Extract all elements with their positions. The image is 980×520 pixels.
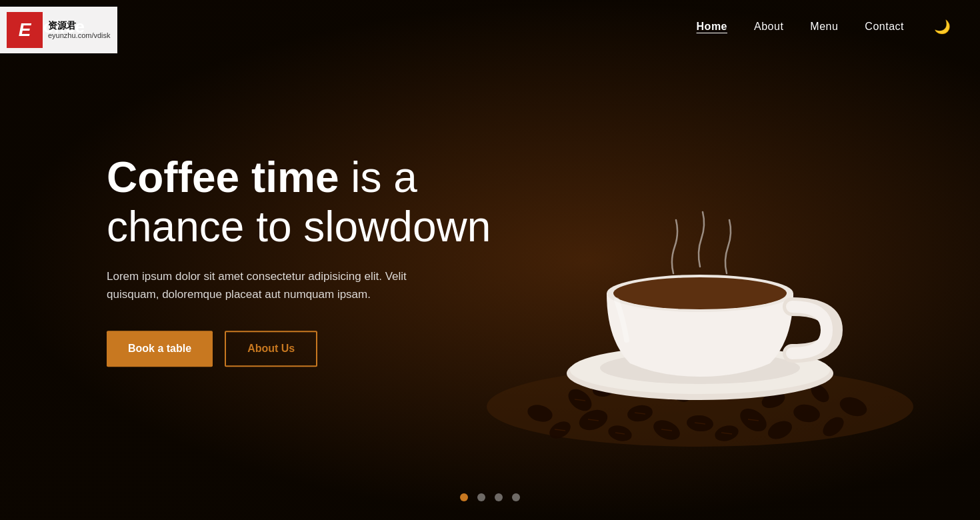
coffee-scene-svg xyxy=(473,60,927,460)
hero-image xyxy=(473,60,927,460)
logo-text-block: 资源君 eyunzhu.com/vdisk xyxy=(48,20,111,40)
about-us-button[interactable]: About Us xyxy=(225,331,317,367)
hero-content: Coffee time is achance to slowdown Lorem… xyxy=(107,153,491,367)
logo-badge: E xyxy=(7,12,43,48)
nav-item-about[interactable]: About xyxy=(754,21,783,33)
carousel-dots xyxy=(460,493,520,501)
dark-mode-toggle[interactable]: 🌙 xyxy=(931,15,953,38)
watermark-logo: E 资源君 eyunzhu.com/vdisk xyxy=(0,7,117,53)
nav-item-home[interactable]: Home xyxy=(697,21,727,33)
nav-link-contact[interactable]: Contact xyxy=(865,21,904,32)
dark-mode-button[interactable]: 🌙 xyxy=(931,15,953,38)
hero-title: Coffee time is achance to slowdown xyxy=(107,153,491,251)
nav-links: Home About Menu Contact 🌙 xyxy=(697,15,953,38)
carousel-dot-1[interactable] xyxy=(460,493,468,501)
svg-point-32 xyxy=(613,277,787,309)
nav-link-home[interactable]: Home xyxy=(697,21,727,32)
hero-section: E 资源君 eyunzhu.com/vdisk Coffee Home Abou… xyxy=(0,0,980,520)
logo-chinese-text: 资源君 xyxy=(48,20,111,31)
hero-buttons: Book a table About Us xyxy=(107,331,491,367)
nav-item-menu[interactable]: Menu xyxy=(810,21,838,33)
logo-url-text: eyunzhu.com/vdisk xyxy=(48,31,111,40)
carousel-dot-4[interactable] xyxy=(512,493,520,501)
nav-item-contact[interactable]: Contact xyxy=(865,21,904,33)
book-table-button[interactable]: Book a table xyxy=(107,331,213,367)
nav-link-menu[interactable]: Menu xyxy=(810,21,838,32)
navbar: Coffee Home About Menu Contact 🌙 xyxy=(0,0,980,53)
carousel-dot-2[interactable] xyxy=(477,493,485,501)
carousel-dot-3[interactable] xyxy=(495,493,503,501)
hero-title-bold: Coffee time xyxy=(107,153,339,201)
nav-link-about[interactable]: About xyxy=(754,21,783,32)
hero-subtitle: Lorem ipsum dolor sit amet consectetur a… xyxy=(107,267,440,303)
